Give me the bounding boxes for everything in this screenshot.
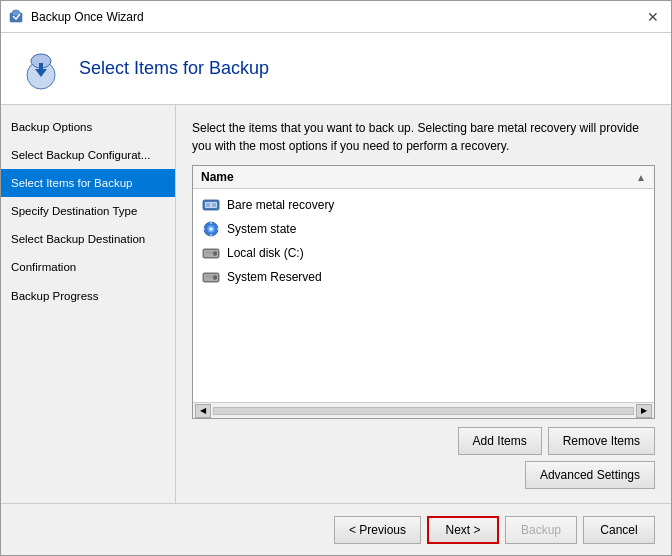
advanced-settings-row: Advanced Settings	[192, 461, 655, 489]
next-button[interactable]: Next >	[427, 516, 499, 544]
svg-rect-6	[206, 203, 210, 207]
list-item[interactable]: Local disk (C:)	[193, 241, 654, 265]
cancel-button[interactable]: Cancel	[583, 516, 655, 544]
header-area: Select Items for Backup	[1, 33, 671, 105]
bare-metal-icon	[201, 196, 221, 214]
advanced-settings-button[interactable]: Advanced Settings	[525, 461, 655, 489]
list-item[interactable]: System state	[193, 217, 654, 241]
content-area: Backup Options Select Backup Configurat.…	[1, 105, 671, 503]
system-state-icon	[201, 220, 221, 238]
main-panel: Select the items that you want to back u…	[176, 105, 671, 503]
list-item[interactable]: Bare metal recovery	[193, 193, 654, 217]
list-items-container[interactable]: Bare metal recovery System stat	[193, 189, 654, 402]
app-icon	[9, 9, 25, 25]
horizontal-scrollbar[interactable]: ◀ ▶	[193, 402, 654, 418]
sidebar-item-confirmation[interactable]: Confirmation	[1, 253, 175, 281]
list-item[interactable]: System Reserved	[193, 265, 654, 289]
sidebar-item-specify-destination[interactable]: Specify Destination Type	[1, 197, 175, 225]
add-items-button[interactable]: Add Items	[458, 427, 542, 455]
previous-button[interactable]: < Previous	[334, 516, 421, 544]
close-button[interactable]: ✕	[643, 7, 663, 27]
svg-rect-7	[212, 203, 216, 207]
header-icon	[17, 45, 65, 93]
svg-rect-15	[205, 252, 212, 253]
sidebar: Backup Options Select Backup Configurat.…	[1, 105, 176, 503]
remove-items-button[interactable]: Remove Items	[548, 427, 655, 455]
description-text: Select the items that you want to back u…	[192, 119, 655, 155]
sidebar-item-select-items[interactable]: Select Items for Backup	[1, 169, 175, 197]
sidebar-item-backup-options[interactable]: Backup Options	[1, 113, 175, 141]
scroll-left-button[interactable]: ◀	[195, 404, 211, 418]
sidebar-item-select-config[interactable]: Select Backup Configurat...	[1, 141, 175, 169]
scroll-track[interactable]	[213, 407, 634, 415]
local-disk-icon	[201, 244, 221, 262]
scroll-right-button[interactable]: ▶	[636, 404, 652, 418]
main-window: Backup Once Wizard ✕ Select Items for Ba…	[0, 0, 672, 556]
svg-point-10	[210, 228, 213, 231]
sort-caret: ▲	[636, 172, 646, 183]
list-header: Name ▲	[193, 166, 654, 189]
svg-point-14	[214, 253, 216, 255]
window-title: Backup Once Wizard	[31, 10, 643, 24]
footer: < Previous Next > Backup Cancel	[1, 503, 671, 555]
sidebar-item-backup-progress[interactable]: Backup Progress	[1, 282, 175, 310]
sidebar-item-select-destination[interactable]: Select Backup Destination	[1, 225, 175, 253]
action-buttons: Add Items Remove Items	[192, 427, 655, 455]
page-title: Select Items for Backup	[79, 58, 269, 79]
backup-items-list: Name ▲ Bare me	[192, 165, 655, 419]
title-bar: Backup Once Wizard ✕	[1, 1, 671, 33]
svg-rect-20	[205, 276, 212, 277]
system-reserved-icon	[201, 268, 221, 286]
backup-button[interactable]: Backup	[505, 516, 577, 544]
svg-point-19	[214, 277, 216, 279]
